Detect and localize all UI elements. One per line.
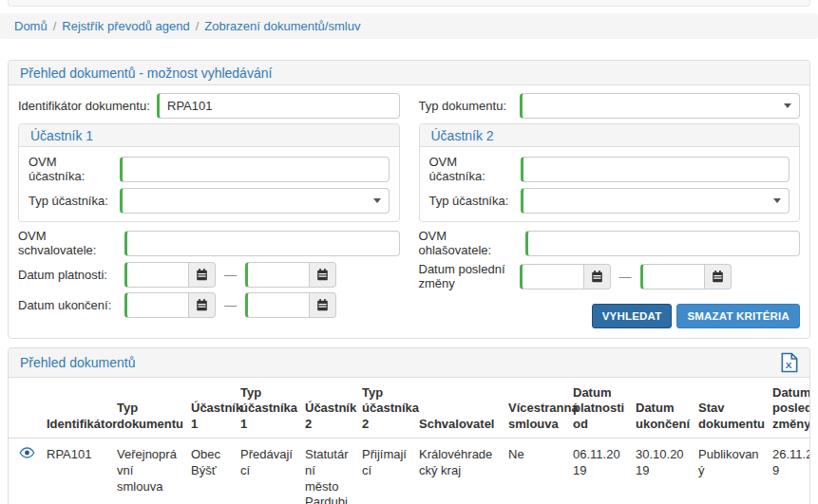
participant2-type-select[interactable] [521,188,790,214]
results-table: Identifikátor Typ dokumentu Účastník 1 T… [9,378,809,504]
column-header-actions [9,378,41,438]
calendar-icon [316,269,329,281]
column-header: Typ dokumentu [111,378,185,438]
end-to-input[interactable] [245,292,310,318]
calendar-icon [712,271,724,283]
search-panel-body: Identifikátor dokumentu: Účastník 1 OVM … [9,85,809,338]
approver-ovm-label: OVM schvalovatele: [18,229,124,257]
date-range-dash: — [619,270,632,284]
excel-export-icon: X [781,352,798,373]
table-header-row: Identifikátor Typ dokumentu Účastník 1 T… [9,378,809,438]
column-header: Schvalovatel [413,378,503,438]
last-change-to-input[interactable] [640,264,705,289]
notifier-ovm-input[interactable] [525,231,801,256]
search-panel-title-text: Přehled dokumentů - možnost vyhledávání [20,65,272,81]
participant1-type-label: Typ účastníka: [29,194,120,208]
cell-end-date: 30.10.2019 [630,438,693,504]
column-header: Identifikátor [41,378,111,438]
date-range-dash: — [224,268,237,282]
calendar-icon [196,299,208,311]
column-header: Vícestranná smlouva [503,378,567,438]
column-header: Datum ukončení [630,378,693,438]
calendar-icon [591,271,603,283]
top-nav-remnant [8,0,810,7]
cell-approver: Královéhradecký kraj [413,438,503,504]
search-panel: Přehled dokumentů - možnost vyhledávání … [8,60,810,339]
end-to-calendar-button[interactable] [310,292,336,318]
identifier-input[interactable] [157,93,400,119]
column-header: Účastník 1 [185,378,235,438]
last-change-from-input[interactable] [520,264,584,289]
table-row: RPA101 Veřejnoprávní smlouva Obec Býšť P… [9,438,809,504]
view-detail-button[interactable] [19,447,35,463]
identifier-label: Identifikátor dokumentu: [18,99,157,113]
cell-identifier: RPA101 [41,438,111,504]
date-range-dash: — [224,298,237,312]
chevron-down-icon [773,198,781,203]
cell-multilateral: Ne [503,438,567,504]
column-header: Typ účastníka 2 [356,378,413,438]
breadcrumb-separator: / [53,19,57,33]
cell-participant1-type: Předávající [235,438,299,504]
search-button[interactable]: VYHLEDAT [592,304,673,328]
clear-criteria-button[interactable]: SMAZAT KRITÉRIA [676,304,800,328]
results-table-container: Identifikátor Typ dokumentu Účastník 1 T… [9,378,809,504]
participant2-title: Účastník 2 [420,124,800,147]
validity-to-input[interactable] [245,262,310,288]
end-date-label: Datum ukončení: [18,298,124,312]
validity-from-input[interactable] [124,262,189,288]
participant1-panel: Účastník 1 OVM účastníka: Typ účastníka: [18,123,400,222]
column-header: Účastník 2 [299,378,356,438]
cell-participant1: Obec Býšť [185,438,235,504]
validity-from-calendar-button[interactable] [189,262,216,288]
cell-valid-from: 06.11.2019 [567,438,630,504]
last-change-to-calendar-button[interactable] [705,264,732,289]
column-header: Typ účastníka 1 [235,378,299,438]
notifier-ovm-label: OVM ohlašovatele: [419,229,525,257]
cell-participant2-type: Přijímající [356,438,413,504]
last-change-date-label: Datum poslední změny [419,262,520,290]
participant2-panel: Účastník 2 OVM účastníka: Typ účastníka: [419,123,801,222]
chevron-down-icon [373,198,381,203]
doc-type-label: Typ dokumentu: [419,99,520,113]
calendar-icon [196,269,208,281]
excel-export-button[interactable]: X [781,352,798,373]
cell-doc-type: Veřejnoprávní smlouva [111,438,185,504]
cell-participant2: Statutární město Pardubice [299,438,356,504]
participant1-ovm-input[interactable] [120,157,390,182]
eye-icon [19,447,35,458]
column-header: Datum poslední změny [767,378,809,438]
end-from-calendar-button[interactable] [189,292,216,318]
search-right-column: Typ dokumentu: Účastník 2 OVM účastníka:… [419,93,801,328]
participant2-type-label: Typ účastníka: [429,194,521,208]
breadcrumb: Domů / Rejstřík převodů agend / Zobrazen… [0,13,818,39]
svg-text:X: X [786,360,792,370]
participant1-title: Účastník 1 [19,124,399,147]
cell-last-change: 26.11.2019 [767,438,809,504]
search-left-column: Identifikátor dokumentu: Účastník 1 OVM … [18,93,400,328]
participant1-ovm-label: OVM účastníka: [29,155,120,183]
participant1-type-select[interactable] [120,188,390,214]
end-from-input[interactable] [124,292,189,318]
breadcrumb-separator: / [196,19,200,33]
validity-date-label: Datum platnosti: [18,268,124,282]
participant2-ovm-label: OVM účastníka: [429,155,521,183]
approver-ovm-input[interactable] [124,231,400,256]
column-header: Stav dokumentu [693,378,767,438]
column-header: Datum platnosti od [567,378,630,438]
results-panel: Přehled dokumentů X Identifikátor Typ do… [8,347,810,504]
doc-type-select[interactable] [520,93,801,119]
breadcrumb-link-home[interactable]: Domů [14,19,48,33]
row-detail-cell [9,438,41,504]
validity-to-calendar-button[interactable] [310,262,336,288]
last-change-from-calendar-button[interactable] [584,264,611,289]
chevron-down-icon [784,103,791,108]
calendar-icon [316,299,329,311]
participant2-ovm-input[interactable] [521,157,790,182]
results-panel-title: Přehled dokumentů [20,355,135,370]
cell-status: Publikovaný [693,438,767,504]
breadcrumb-link-documents[interactable]: Zobrazení dokumentů/smluv [204,19,360,33]
breadcrumb-link-registry[interactable]: Rejstřík převodů agend [62,19,189,33]
search-panel-title: Přehled dokumentů - možnost vyhledávání [9,61,809,85]
